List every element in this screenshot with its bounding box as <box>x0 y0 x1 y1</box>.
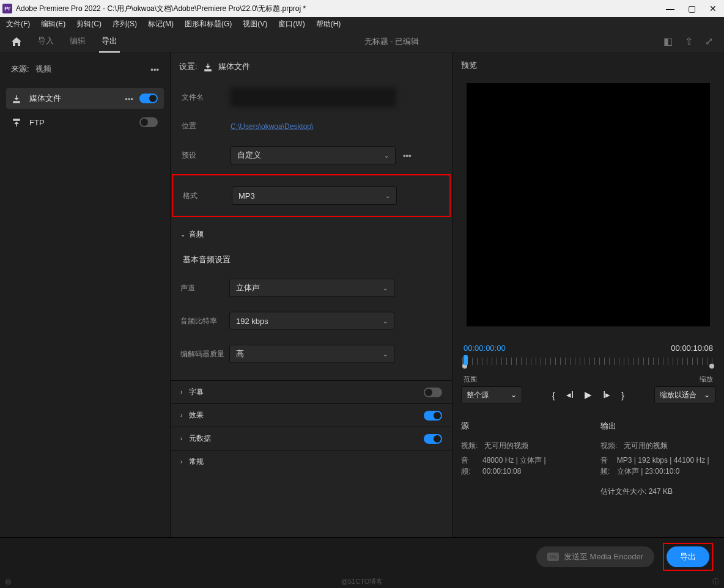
playhead[interactable] <box>464 355 468 365</box>
menu-item[interactable]: 帮助(H) <box>314 18 344 31</box>
top-tab[interactable]: 导入 <box>35 31 56 53</box>
audio-section-header[interactable]: ⌄ 音频 <box>171 223 452 246</box>
section-header[interactable]: ›字幕 <box>171 380 452 403</box>
chevron-down-icon: ⌄ <box>385 193 390 199</box>
section-header[interactable]: ›元数据 <box>171 427 452 450</box>
menu-item[interactable]: 序列(S) <box>110 18 139 31</box>
format-label: 格式 <box>183 191 232 201</box>
menu-item[interactable]: 视图(V) <box>240 18 270 31</box>
audio-subtitle: 基本音频设置 <box>183 254 442 265</box>
creative-cloud-icon[interactable]: ⊚ <box>5 577 12 586</box>
top-tab[interactable]: 导出 <box>99 31 120 53</box>
send-to-encoder-button[interactable]: Me 发送至 Media Encoder <box>536 546 654 567</box>
section-toggle[interactable] <box>424 411 442 421</box>
chevron-down-icon: ⌄ <box>383 351 388 358</box>
chevron-down-icon: ⌄ <box>383 318 388 325</box>
top-tab[interactable]: 编辑 <box>67 31 88 53</box>
chevron-right-icon: › <box>180 389 189 395</box>
codec-quality-label: 编解码器质量 <box>180 349 229 359</box>
top-bar: 导入编辑导出 无标题 - 已编辑 ◧ ⇧ ⤢ <box>0 31 724 53</box>
menu-bar: 文件(F)编辑(E)剪辑(C)序列(S)标记(M)图形和标题(G)视图(V)窗口… <box>0 17 724 31</box>
source-value[interactable]: 视频 <box>35 64 151 75</box>
codec-value: 高 <box>236 348 244 359</box>
preset-more-icon[interactable]: ••• <box>403 151 412 160</box>
filename-input[interactable] <box>231 88 396 106</box>
step-back-icon[interactable]: ◂Ⅰ <box>566 389 574 400</box>
bottom-bar: Me 发送至 Media Encoder 导出 <box>0 537 724 575</box>
document-title: 无标题 - 已编辑 <box>120 36 663 47</box>
preset-dropdown[interactable]: 自定义 ⌄ <box>231 146 396 164</box>
menu-item[interactable]: 窗口(W) <box>276 18 307 31</box>
zoom-dropdown[interactable]: 缩放以适合⌄ <box>654 386 715 403</box>
maximize-button[interactable]: ▢ <box>688 4 696 13</box>
out-video-label: 视频: <box>600 440 619 451</box>
src-video-value: 无可用的视频 <box>484 440 528 451</box>
chevron-down-icon: ⌄ <box>384 152 389 159</box>
step-forward-icon[interactable]: Ⅰ▸ <box>603 389 610 400</box>
out-video-value: 无可用的视频 <box>624 440 668 451</box>
info-icon[interactable]: ⓘ <box>712 577 719 586</box>
preview-viewport[interactable] <box>467 83 710 326</box>
preset-value: 自定义 <box>237 150 261 161</box>
download-icon <box>12 94 23 103</box>
section-header[interactable]: ›常规 <box>171 450 452 473</box>
est-size-value: 247 KB <box>649 487 673 496</box>
play-icon[interactable]: ▶ <box>585 389 592 400</box>
preview-timeline[interactable] <box>462 358 714 369</box>
filename-label: 文件名 <box>182 92 231 103</box>
chevron-down-icon: ⌄ <box>180 231 189 238</box>
location-label: 位置 <box>182 121 231 131</box>
timecode-out[interactable]: 00:00:10:08 <box>671 344 713 353</box>
destination-item[interactable]: 媒体文件••• <box>6 88 164 109</box>
destination-item[interactable]: FTP <box>6 112 164 132</box>
channel-dropdown[interactable]: 立体声⌄ <box>229 279 394 297</box>
mark-out-icon[interactable]: } <box>621 390 624 400</box>
close-button[interactable]: ✕ <box>709 4 717 13</box>
menu-item[interactable]: 剪辑(C) <box>74 18 104 31</box>
home-icon[interactable] <box>0 36 33 47</box>
destination-toggle[interactable] <box>139 94 158 103</box>
bitrate-dropdown[interactable]: 192 kbps⌄ <box>229 312 394 330</box>
upload-icon <box>12 117 23 127</box>
bitrate-value: 192 kbps <box>236 317 268 326</box>
window-title: Adobe Premiere Pro 2022 - C:\用户\okwoa\文档… <box>16 4 666 14</box>
mark-in-icon[interactable]: { <box>552 390 555 400</box>
export-highlight: 导出 <box>663 543 713 571</box>
zoom-value: 缩放以适合 <box>660 390 696 400</box>
share-icon[interactable]: ⇧ <box>685 35 693 47</box>
format-dropdown[interactable]: MP3 ⌄ <box>232 186 397 205</box>
window-titlebar: Pr Adobe Premiere Pro 2022 - C:\用户\okwoa… <box>0 0 724 17</box>
fullscreen-icon[interactable]: ⤢ <box>705 35 713 47</box>
section-toggle[interactable] <box>424 434 442 444</box>
preview-panel: 预览 00:00:00:00 00:00:10:08 范围 缩放 整个源⌄ { … <box>452 53 724 537</box>
menu-item[interactable]: 图形和标题(G) <box>182 18 234 31</box>
codec-quality-dropdown[interactable]: 高⌄ <box>229 345 394 363</box>
download-icon <box>204 62 212 72</box>
preview-label: 预览 <box>461 60 715 71</box>
section-header[interactable]: ›效果 <box>171 403 452 427</box>
export-button[interactable]: 导出 <box>667 546 709 567</box>
chevron-right-icon: › <box>180 435 189 442</box>
source-more-icon[interactable]: ••• <box>150 65 159 74</box>
menu-item[interactable]: 标记(M) <box>146 18 176 31</box>
audio-section-label: 音频 <box>189 229 442 240</box>
source-info-title: 源 <box>461 421 576 432</box>
minimize-button[interactable]: — <box>666 4 674 13</box>
destination-toggle[interactable] <box>139 117 158 127</box>
app-icon: Pr <box>2 4 12 13</box>
out-handle[interactable] <box>709 364 714 369</box>
menu-item[interactable]: 编辑(E) <box>39 18 68 31</box>
settings-panel: 设置: 媒体文件 文件名 位置 C:\Users\okwoa\Desktop\ … <box>170 53 452 537</box>
format-value: MP3 <box>238 191 255 200</box>
timecode-in[interactable]: 00:00:00:00 <box>464 344 506 353</box>
section-toggle[interactable] <box>424 388 442 397</box>
range-dropdown[interactable]: 整个源⌄ <box>461 386 522 403</box>
chevron-right-icon: › <box>180 412 189 419</box>
location-link[interactable]: C:\Users\okwoa\Desktop\ <box>231 122 313 131</box>
out-audio-label: 音频: <box>600 455 612 477</box>
destination-more-icon[interactable]: ••• <box>125 94 133 103</box>
source-label: 来源: <box>11 64 29 75</box>
source-panel: 来源: 视频 ••• 媒体文件•••FTP <box>0 53 170 537</box>
panel-layout-icon[interactable]: ◧ <box>663 35 673 47</box>
menu-item[interactable]: 文件(F) <box>4 18 32 31</box>
